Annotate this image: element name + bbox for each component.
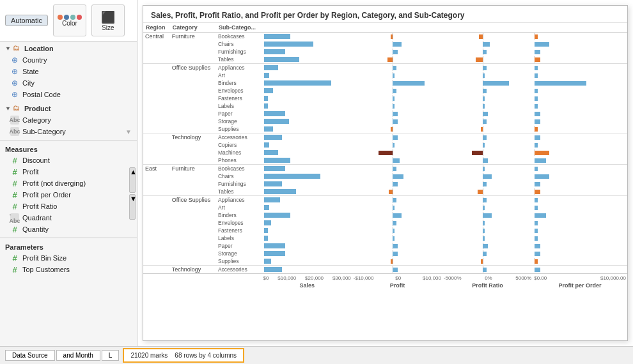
sidebar-item-profit[interactable]: # Profit	[0, 166, 129, 178]
sidebar-item-state[interactable]: ⊕ State	[0, 66, 137, 77]
region-cell	[143, 242, 170, 250]
profit-ratio-bar-cell	[442, 133, 533, 142]
sales-bar-cell	[262, 48, 352, 56]
profit-bar-cell	[352, 227, 442, 234]
region-cell	[143, 40, 170, 48]
sidebar-item-discount[interactable]: # Discount	[0, 155, 129, 166]
hash-icon-ppo: #	[10, 190, 19, 199]
profit-ratio-bar-cell	[442, 102, 533, 110]
region-cell	[143, 87, 170, 95]
sidebar-item-quadrant[interactable]: -Abc Quadrant	[0, 212, 129, 224]
product-section: ▼ 🗂 Product Abc Category Abc Sub-Categor…	[0, 102, 137, 139]
profit-bar-cell	[352, 180, 442, 188]
profit-per-order-bar-cell	[533, 172, 627, 180]
sidebar-item-category[interactable]: Abc Category	[0, 114, 137, 126]
hash-icon-profit: #	[10, 167, 19, 176]
data-source-tab[interactable]: Data Source	[5, 350, 55, 361]
table-row: Furnishings	[143, 180, 627, 188]
profit-bar-cell	[352, 110, 442, 118]
category-cell	[170, 95, 216, 102]
col-region: Region	[143, 23, 170, 33]
region-cell	[143, 141, 170, 149]
profit-bar-cell	[352, 234, 442, 242]
subcategory-cell: Bookcases	[216, 33, 262, 41]
location-label: Location	[24, 45, 54, 52]
category-cell	[170, 156, 216, 165]
sidebar-item-profit-per-order[interactable]: # Profit per Order	[0, 189, 129, 201]
measures-header: Measures	[0, 143, 137, 155]
profit-ratio-bar-cell	[442, 242, 533, 250]
sidebar-item-profit-bin[interactable]: # Profit Bin Size	[0, 252, 137, 264]
region-cell	[143, 149, 170, 156]
region-cell	[143, 266, 170, 274]
abc-icon-subcategory: Abc	[10, 127, 19, 136]
profit-bar-cell	[352, 250, 442, 257]
color-button[interactable]: Color	[53, 4, 86, 36]
table-row: Labels	[143, 102, 627, 110]
scroll-up[interactable]: ▲	[129, 167, 136, 193]
sidebar-item-quantity[interactable]: # Quantity	[0, 224, 129, 235]
status-bar: Data Source and Month L 21020 marks 68 r…	[0, 346, 633, 364]
profit-per-order-bar-cell	[533, 204, 627, 211]
l-tab[interactable]: L	[102, 350, 120, 361]
subcategory-cell: Chairs	[216, 40, 262, 48]
sidebar-item-subcategory[interactable]: Abc Sub-Category ▼	[0, 126, 137, 137]
profit-ratio-bar-cell	[442, 219, 533, 227]
profit-ratio-bar-cell	[442, 172, 533, 180]
sidebar-item-profit-not-diverging[interactable]: # Profit (not diverging)	[0, 178, 129, 189]
automatic-label: Automatic	[5, 15, 48, 26]
sales-bar-cell	[262, 266, 352, 274]
subcategory-cell: Copiers	[216, 141, 262, 149]
subcategory-cell: Accessories	[216, 266, 262, 274]
profit-per-order-bar-cell	[533, 125, 627, 133]
region-cell	[143, 56, 170, 64]
col-profit-per-order	[533, 23, 627, 33]
profit-per-order-bar-cell	[533, 266, 627, 274]
sales-bar-cell	[262, 156, 352, 165]
location-group[interactable]: ▼ 🗂 Location	[0, 43, 137, 54]
region-cell	[143, 227, 170, 234]
pnd-label: Profit (not diverging)	[22, 179, 86, 187]
subcategory-cell: Storage	[216, 118, 262, 125]
chart-panel: Sales, Profit, Profit Ratio, and Profit …	[143, 5, 628, 341]
profit-bar-cell	[352, 242, 442, 250]
sales-bar-cell	[262, 110, 352, 118]
sales-bar-cell	[262, 102, 352, 110]
sales-bar-cell	[262, 33, 352, 41]
category-cell	[170, 56, 216, 64]
profit-per-order-bar-cell	[533, 234, 627, 242]
region-cell	[143, 196, 170, 204]
category-cell	[170, 188, 216, 196]
region-cell	[143, 102, 170, 110]
profit-label: Profit	[22, 168, 39, 176]
top-customers-label: Top Customers	[22, 266, 70, 273]
category-cell	[170, 180, 216, 188]
sales-bar-cell	[262, 72, 352, 79]
profit-ratio-bar-cell	[442, 40, 533, 48]
profit-ratio-bar-cell	[442, 87, 533, 95]
region-cell	[143, 133, 170, 142]
profit-ratio-bar-cell	[442, 165, 533, 173]
globe-icon-state: ⊕	[10, 67, 19, 76]
profit-per-order-bar-cell	[533, 133, 627, 142]
profit-ratio-bar-cell	[442, 118, 533, 125]
size-button[interactable]: ⬛ Size	[91, 4, 125, 36]
sidebar-item-profit-ratio[interactable]: # Profit Ratio	[0, 201, 129, 212]
region-cell	[143, 219, 170, 227]
scroll-down[interactable]: ▼	[129, 194, 136, 220]
measures-section: Measures # Discount # Profit # Profit (n…	[0, 142, 137, 236]
sidebar-item-top-customers[interactable]: # Top Customers	[0, 264, 137, 275]
table-row: Supplies	[143, 125, 627, 133]
region-cell	[143, 48, 170, 56]
sales-bar-cell	[262, 141, 352, 149]
subcategory-cell: Art	[216, 72, 262, 79]
profit-ratio-bar-cell	[442, 48, 533, 56]
sales-bar-cell	[262, 149, 352, 156]
sidebar-item-country[interactable]: ⊕ Country	[0, 54, 137, 66]
subcategory-cell: Binders	[216, 211, 262, 219]
sidebar-item-city[interactable]: ⊕ City	[0, 77, 137, 89]
divider-2	[0, 238, 137, 238]
sidebar-item-postal[interactable]: ⊕ Postal Code	[0, 89, 137, 100]
month-tab[interactable]: and Month	[56, 350, 100, 361]
product-group[interactable]: ▼ 🗂 Product	[0, 103, 137, 114]
